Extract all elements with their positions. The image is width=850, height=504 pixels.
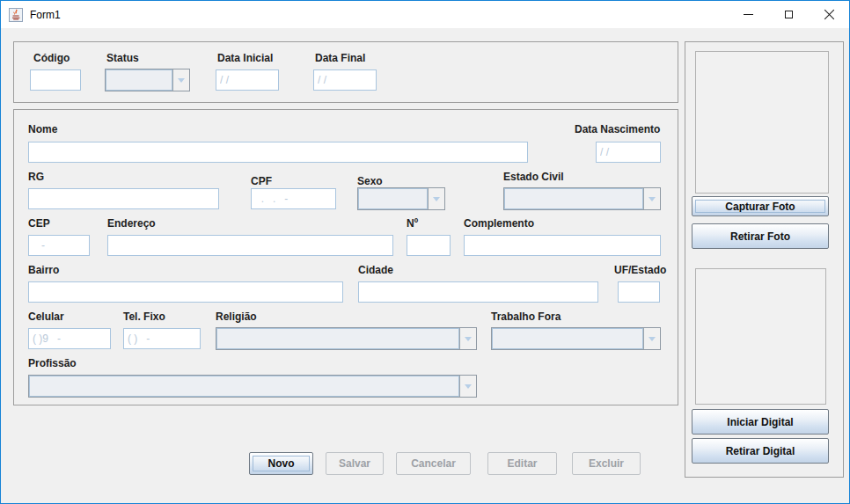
profissao-combobox-button[interactable] [459,376,476,397]
cidade-label: Cidade [358,264,393,276]
sexo-combobox[interactable] [357,187,445,210]
religiao-label: Religião [216,310,257,323]
cancelar-button: Cancelar [396,452,471,475]
religiao-combobox[interactable] [216,327,477,350]
tel-fixo-label: Tel. Fixo [123,310,165,323]
trabalho-fora-combobox-value [492,328,643,349]
capturar-foto-button[interactable]: Capturar Foto [692,196,829,216]
titlebar: Form1 [1,1,849,28]
chevron-down-icon [433,197,440,201]
trabalho-fora-combobox[interactable] [491,327,661,350]
nome-label: Nome [28,123,57,135]
uf-estado-input[interactable] [618,281,660,303]
data-final-input[interactable] [313,69,377,91]
close-button[interactable] [809,1,849,28]
numero-label: Nº [407,217,418,230]
excluir-button: Excluir [572,452,641,475]
data-inicial-label: Data Inicial [217,52,273,64]
rg-input[interactable] [28,188,219,209]
trabalho-fora-combobox-button[interactable] [643,328,660,349]
sexo-combobox-button[interactable] [428,188,444,209]
chevron-down-icon [465,337,472,341]
cpf-input[interactable] [251,188,336,209]
profissao-combobox-value [29,376,459,397]
chevron-down-icon [465,384,472,389]
nome-input[interactable] [28,142,528,163]
complemento-input[interactable] [464,235,661,256]
salvar-button: Salvar [326,452,384,475]
profissao-combobox[interactable] [28,375,477,398]
window-controls [728,1,849,28]
religiao-combobox-value [216,328,459,349]
endereco-input[interactable] [107,235,393,256]
data-inicial-input[interactable] [216,69,279,91]
data-nascimento-input[interactable] [596,142,661,163]
uf-estado-label: UF/Estado [614,264,666,276]
celular-input[interactable] [28,328,111,349]
chevron-down-icon [648,197,656,201]
complemento-label: Complemento [464,217,534,230]
biometrics-panel: Capturar Foto Retirar Foto Iniciar Digit… [685,41,844,478]
estado-civil-combobox-button[interactable] [643,188,660,209]
close-icon [824,9,835,20]
person-form-panel: Nome Data Nascimento RG CPF Sexo Estado … [13,109,678,405]
endereco-label: Endereço [107,217,156,230]
cidade-input[interactable] [358,281,598,303]
chevron-down-icon [178,78,185,83]
data-final-label: Data Final [315,52,365,64]
cpf-label: CPF [251,175,272,187]
estado-civil-combobox[interactable] [503,187,661,210]
filter-panel: Código Status Data Inicial Data Final [13,41,678,103]
codigo-label: Código [33,52,70,64]
celular-label: Celular [28,310,64,323]
status-combobox[interactable] [105,69,190,91]
minimize-button[interactable] [728,1,768,28]
profissao-label: Profissão [28,357,77,369]
editar-button: Editar [487,452,557,475]
status-combobox-button[interactable] [172,69,189,91]
java-app-icon [9,8,23,22]
photo-preview-area [695,51,829,194]
religiao-combobox-button[interactable] [459,328,476,349]
maximize-icon [785,11,793,18]
iniciar-digital-button[interactable]: Iniciar Digital [692,409,829,435]
trabalho-fora-label: Trabalho Fora [491,310,561,323]
bairro-input[interactable] [28,281,343,303]
numero-input[interactable] [407,235,451,256]
status-combobox-value [106,69,172,91]
status-label: Status [106,52,139,64]
chevron-down-icon [648,337,656,341]
minimize-icon [744,14,753,15]
codigo-input[interactable] [30,69,81,91]
sexo-label: Sexo [357,175,383,187]
estado-civil-label: Estado Civil [503,171,564,183]
sexo-combobox-value [358,188,428,209]
bairro-label: Bairro [28,264,59,276]
tel-fixo-input[interactable] [123,328,201,349]
app-window: Form1 Código Status Data Inicial Data Fi… [0,0,850,504]
maximize-button[interactable] [768,1,809,28]
estado-civil-combobox-value [504,188,643,209]
window-title: Form1 [30,9,61,21]
retirar-digital-button[interactable]: Retirar Digital [692,438,829,464]
data-nascimento-label: Data Nascimento [575,123,660,135]
cep-label: CEP [28,217,50,230]
rg-label: RG [28,171,44,183]
fingerprint-preview-area [695,268,826,405]
cep-input[interactable] [28,235,90,256]
novo-button[interactable]: Novo [249,452,313,475]
retirar-foto-button[interactable]: Retirar Foto [692,223,829,249]
